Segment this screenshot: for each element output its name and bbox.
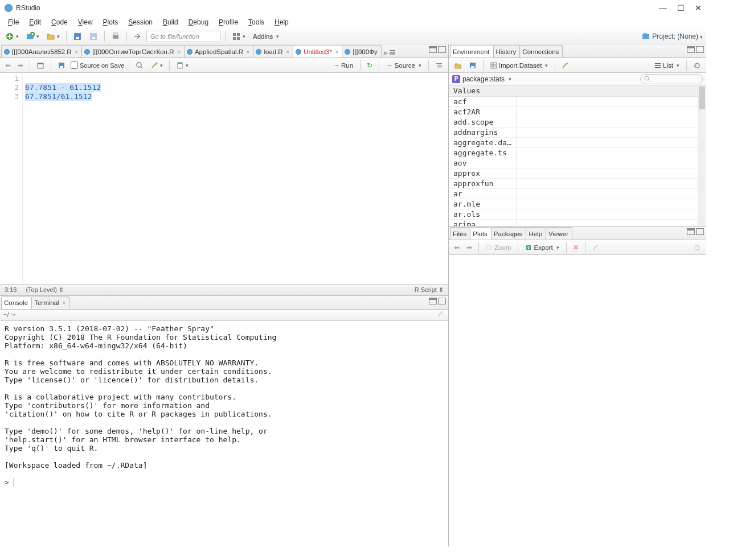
new-project-button[interactable] xyxy=(24,31,41,42)
menu-edit[interactable]: Edit xyxy=(24,17,46,27)
minimize-pane-icon[interactable] xyxy=(687,228,695,235)
clear-console-button[interactable] xyxy=(437,310,445,320)
tab-packages[interactable]: Packages xyxy=(491,227,527,240)
menu-plots[interactable]: Plots xyxy=(99,17,123,27)
environment-search[interactable] xyxy=(640,74,703,84)
zoom-button[interactable]: Zoom xyxy=(484,244,513,251)
refresh-button[interactable] xyxy=(691,60,703,71)
tab-console[interactable]: Console xyxy=(1,297,32,309)
find-button[interactable] xyxy=(134,60,145,71)
menu-file[interactable]: File xyxy=(3,17,23,27)
refresh-plot-button[interactable] xyxy=(691,242,703,253)
save-file-button[interactable] xyxy=(56,60,67,71)
environment-row[interactable]: ar.ols xyxy=(449,209,706,220)
tab-connections[interactable]: Connections xyxy=(519,45,563,57)
menu-profile[interactable]: Profile xyxy=(214,17,243,27)
addins-button[interactable]: Addins xyxy=(251,33,281,40)
close-button[interactable]: ✕ xyxy=(695,3,702,13)
tab-terminal[interactable]: Terminal× xyxy=(31,297,69,309)
environment-row[interactable]: approx xyxy=(449,168,706,179)
editor-tab[interactable]: [[[000Анализ5852.R× xyxy=(1,45,82,57)
export-button[interactable]: Export xyxy=(523,244,561,251)
tab-list-button[interactable] xyxy=(388,48,396,57)
code-editor[interactable]: 123 67.7851 - 61.1512 67.7851/61.1512 xyxy=(0,73,448,284)
next-plot-button[interactable]: ➡ xyxy=(465,242,474,253)
maximize-pane-icon[interactable] xyxy=(696,46,704,53)
tab-history[interactable]: History xyxy=(493,45,521,57)
menu-session[interactable]: Session xyxy=(124,17,157,27)
source-on-save-checkbox[interactable]: Source on Save xyxy=(71,61,124,69)
menu-build[interactable]: Build xyxy=(158,17,183,27)
scrollbar[interactable] xyxy=(698,85,706,226)
prev-plot-button[interactable]: ⬅ xyxy=(452,242,461,253)
tab-environment[interactable]: Environment xyxy=(450,45,494,57)
wand-button[interactable] xyxy=(149,60,165,71)
close-tab-icon[interactable]: × xyxy=(286,48,289,55)
close-tab-icon[interactable]: × xyxy=(75,48,78,55)
source-button[interactable]: →Source xyxy=(384,62,424,69)
print-button[interactable] xyxy=(109,31,122,42)
menu-help[interactable]: Help xyxy=(270,17,293,27)
close-tab-icon[interactable]: × xyxy=(62,299,65,306)
menu-view[interactable]: View xyxy=(73,17,97,27)
environment-row[interactable]: approxfun xyxy=(449,179,706,189)
scope-selector[interactable]: (Top Level) ⇕ xyxy=(26,286,63,294)
environment-row[interactable]: aggregate.ts xyxy=(449,148,706,158)
console-output[interactable]: R version 3.5.1 (2018-07-02) -- "Feather… xyxy=(0,321,448,547)
save-all-button[interactable] xyxy=(87,31,100,42)
save-button[interactable] xyxy=(71,31,84,42)
menu-debug[interactable]: Debug xyxy=(184,17,213,27)
load-workspace-button[interactable] xyxy=(452,60,464,71)
environment-row[interactable]: addmargins xyxy=(449,127,706,138)
working-dir[interactable]: ~/ ☞ xyxy=(3,311,17,319)
menu-tools[interactable]: Tools xyxy=(244,17,269,27)
close-tab-icon[interactable]: × xyxy=(177,48,180,55)
clear-plots-button[interactable] xyxy=(590,242,601,253)
editor-tab[interactable]: [[[000ОптимТоргСистКон.R× xyxy=(81,45,185,57)
maximize-pane-icon[interactable] xyxy=(438,46,446,53)
environment-row[interactable]: acf2AR xyxy=(449,107,706,117)
rerun-button[interactable]: ↻ xyxy=(365,60,374,71)
tab-plots[interactable]: Plots xyxy=(470,227,492,240)
view-mode-button[interactable]: List xyxy=(652,62,682,69)
environment-table[interactable]: Values acfacf2ARadd.scopeaddmarginsaggre… xyxy=(449,85,706,226)
tab-help[interactable]: Help xyxy=(526,227,546,240)
minimize-pane-icon[interactable] xyxy=(687,46,695,53)
import-dataset-button[interactable]: Import Dataset xyxy=(488,62,550,69)
minimize-pane-icon[interactable] xyxy=(429,298,437,304)
notebook-button[interactable] xyxy=(174,60,190,71)
new-file-button[interactable] xyxy=(3,31,21,42)
maximize-pane-icon[interactable] xyxy=(438,298,446,304)
forward-button[interactable]: ➡ xyxy=(16,60,25,71)
outline-button[interactable] xyxy=(433,60,445,71)
save-workspace-button[interactable] xyxy=(467,60,478,71)
clear-workspace-button[interactable] xyxy=(560,60,571,71)
minimize-pane-icon[interactable] xyxy=(429,46,437,53)
maximize-pane-icon[interactable] xyxy=(696,228,704,235)
menu-code[interactable]: Code xyxy=(47,17,72,27)
environment-row[interactable]: aggregate.dat… xyxy=(449,138,706,148)
environment-row[interactable]: aov xyxy=(449,158,706,168)
environment-row[interactable]: acf xyxy=(449,97,706,107)
editor-tab[interactable]: Untitled3*× xyxy=(293,45,342,57)
tab-viewer[interactable]: Viewer xyxy=(546,227,572,240)
file-type[interactable]: R Script ⇕ xyxy=(415,286,444,294)
goto-file-input[interactable]: Go to file/function xyxy=(146,31,220,42)
minimize-button[interactable]: — xyxy=(659,3,667,13)
editor-tab[interactable]: load.R× xyxy=(253,45,293,57)
remove-plot-button[interactable]: ✖ xyxy=(571,242,580,253)
scope-selector[interactable]: P package:stats xyxy=(452,75,511,83)
back-button[interactable]: ⬅ xyxy=(3,60,13,71)
show-in-new-window-button[interactable] xyxy=(35,60,46,71)
editor-tab[interactable]: [[[000Фу xyxy=(342,45,381,57)
maximize-button[interactable]: ☐ xyxy=(677,3,685,13)
open-file-button[interactable] xyxy=(44,31,62,42)
environment-row[interactable]: add.scope xyxy=(449,117,706,127)
scroll-tabs-right-icon[interactable]: » xyxy=(383,48,387,57)
close-tab-icon[interactable]: × xyxy=(246,48,249,55)
close-tab-icon[interactable]: × xyxy=(335,48,338,55)
environment-row[interactable]: arima xyxy=(449,220,706,226)
run-button[interactable]: →Run xyxy=(330,62,355,69)
environment-row[interactable]: ar.mle xyxy=(449,199,706,209)
environment-row[interactable]: ar xyxy=(449,189,706,199)
